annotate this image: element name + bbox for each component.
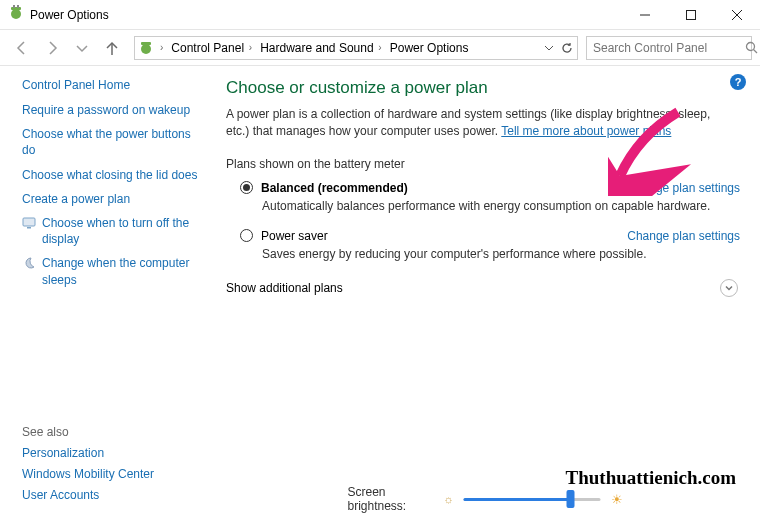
intro-text: A power plan is a collection of hardware… bbox=[226, 106, 736, 141]
svg-rect-13 bbox=[23, 218, 35, 226]
breadcrumb-control-panel[interactable]: Control Panel › bbox=[168, 37, 255, 59]
plan-power-saver-radio-label[interactable]: Power saver bbox=[240, 229, 328, 243]
search-input[interactable] bbox=[591, 40, 745, 56]
sidebar-link-power-buttons[interactable]: Choose what the power buttons do bbox=[22, 126, 200, 158]
up-button[interactable] bbox=[98, 34, 126, 62]
forward-button[interactable] bbox=[38, 34, 66, 62]
close-button[interactable] bbox=[714, 0, 760, 30]
search-box[interactable] bbox=[586, 36, 752, 60]
plan-balanced-radio-label[interactable]: Balanced (recommended) bbox=[240, 181, 408, 195]
svg-point-9 bbox=[141, 44, 151, 54]
sidebar-link-create-plan[interactable]: Create a power plan bbox=[22, 191, 200, 207]
plan-balanced-desc: Automatically balances performance with … bbox=[262, 199, 740, 213]
sidebar-link-computer-sleeps[interactable]: Change when the computer sleeps bbox=[6, 255, 200, 287]
help-icon[interactable]: ? bbox=[730, 74, 746, 90]
address-icon bbox=[137, 40, 155, 56]
show-additional-plans-label: Show additional plans bbox=[226, 281, 343, 295]
change-plan-settings-power-saver[interactable]: Change plan settings bbox=[627, 229, 740, 243]
svg-line-12 bbox=[754, 50, 758, 54]
see-also-personalization[interactable]: Personalization bbox=[22, 446, 154, 460]
svg-rect-1 bbox=[11, 7, 21, 10]
plans-section-head: Plans shown on the battery meter bbox=[226, 157, 740, 171]
recent-dropdown[interactable] bbox=[68, 34, 96, 62]
plan-balanced: Balanced (recommended) Change plan setti… bbox=[240, 181, 740, 213]
svg-point-11 bbox=[747, 43, 755, 51]
svg-point-0 bbox=[11, 9, 21, 19]
svg-rect-14 bbox=[27, 227, 31, 229]
plan-power-saver-desc: Saves energy by reducing your computer's… bbox=[262, 247, 740, 261]
change-plan-settings-balanced[interactable]: Change plan settings bbox=[627, 181, 740, 195]
title-bar: Power Options bbox=[0, 0, 760, 30]
breadcrumb-hardware-sound[interactable]: Hardware and Sound › bbox=[257, 37, 385, 59]
tell-me-more-link[interactable]: Tell me more about power plans bbox=[501, 124, 671, 138]
expand-additional-plans-button[interactable] bbox=[720, 279, 738, 297]
navigation-bar: › Control Panel › Hardware and Sound › P… bbox=[0, 30, 760, 66]
see-also-mobility-center[interactable]: Windows Mobility Center bbox=[22, 467, 154, 481]
address-history-dropdown[interactable] bbox=[541, 43, 557, 53]
sun-bright-icon: ☀ bbox=[611, 492, 623, 507]
brightness-control: Screen brightness: ☼ ☀ bbox=[348, 485, 623, 513]
minimize-button[interactable] bbox=[622, 0, 668, 30]
sidebar-link-require-password[interactable]: Require a password on wakeup bbox=[22, 102, 200, 118]
breadcrumb-power-options[interactable]: Power Options bbox=[387, 37, 472, 59]
refresh-button[interactable] bbox=[559, 42, 575, 54]
brightness-label: Screen brightness: bbox=[348, 485, 434, 513]
main-panel: ? Choose or customize a power plan A pow… bbox=[210, 66, 760, 521]
sun-dim-icon: ☼ bbox=[443, 493, 453, 505]
see-also-user-accounts[interactable]: User Accounts bbox=[22, 488, 154, 502]
breadcrumb-sep-root[interactable]: › bbox=[157, 37, 166, 59]
svg-rect-2 bbox=[13, 5, 15, 8]
plan-power-saver: Power saver Change plan settings Saves e… bbox=[240, 229, 740, 261]
back-button[interactable] bbox=[8, 34, 36, 62]
see-also-head: See also bbox=[22, 425, 154, 439]
control-panel-home-link[interactable]: Control Panel Home bbox=[22, 78, 200, 92]
radio-unchecked-icon bbox=[240, 229, 253, 242]
address-bar[interactable]: › Control Panel › Hardware and Sound › P… bbox=[134, 36, 578, 60]
sidebar-link-turn-off-display[interactable]: Choose when to turn off the display bbox=[6, 215, 200, 247]
brightness-slider[interactable] bbox=[463, 498, 600, 501]
maximize-button[interactable] bbox=[668, 0, 714, 30]
moon-icon bbox=[22, 256, 36, 270]
see-also-section: See also Personalization Windows Mobilit… bbox=[22, 425, 154, 509]
watermark-text: Thuthuattienich.com bbox=[566, 467, 737, 489]
page-title: Choose or customize a power plan bbox=[226, 78, 740, 98]
svg-rect-10 bbox=[141, 42, 151, 45]
sidebar-link-closing-lid[interactable]: Choose what closing the lid does bbox=[22, 167, 200, 183]
svg-rect-5 bbox=[687, 10, 696, 19]
window-title: Power Options bbox=[30, 8, 109, 22]
svg-rect-3 bbox=[17, 5, 19, 8]
power-options-icon bbox=[8, 5, 24, 24]
search-icon bbox=[745, 41, 758, 54]
radio-checked-icon bbox=[240, 181, 253, 194]
display-icon bbox=[22, 216, 36, 230]
